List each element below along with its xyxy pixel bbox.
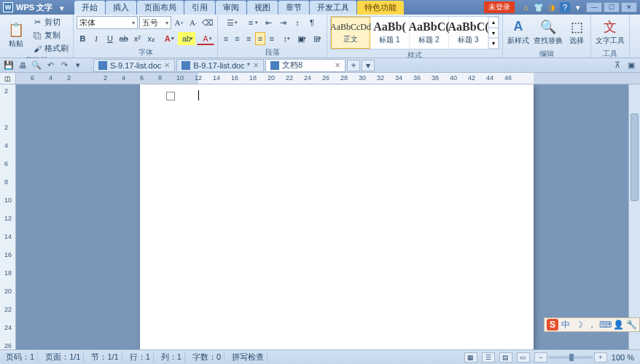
styles-up-icon[interactable]: ▴: [488, 17, 499, 28]
styles-more-icon[interactable]: ▾: [488, 38, 499, 49]
scroll-thumb[interactable]: [631, 114, 639, 201]
underline-button[interactable]: U: [104, 32, 117, 45]
ime-moon-icon[interactable]: ☽: [573, 319, 585, 331]
qat-more-icon[interactable]: ▾: [72, 60, 84, 71]
text-tools-button[interactable]: 文文字工具: [594, 16, 626, 48]
align-center-button[interactable]: ≡: [233, 32, 243, 45]
view-reading-button[interactable]: ▭: [517, 352, 530, 363]
ime-keyboard-icon[interactable]: ⌨: [599, 319, 611, 331]
subscript-button[interactable]: x₂: [145, 32, 157, 45]
tab-list-button[interactable]: ▾: [362, 60, 375, 71]
shading-button[interactable]: ▣: [294, 32, 308, 45]
page[interactable]: [140, 84, 534, 349]
cloud-icon[interactable]: ◑: [547, 2, 557, 12]
align-distribute-button[interactable]: ≡: [267, 32, 277, 45]
find-replace-button[interactable]: 🔍查找替换: [532, 16, 564, 48]
vertical-scrollbar[interactable]: [628, 84, 640, 349]
bullets-button[interactable]: ☰: [221, 16, 240, 29]
tab-special[interactable]: 特色功能: [357, 1, 404, 15]
save-icon[interactable]: 💾: [3, 60, 15, 71]
ime-user-icon[interactable]: 👤: [612, 319, 624, 331]
sogou-icon[interactable]: S: [547, 319, 558, 331]
show-marks-button[interactable]: ¶: [305, 16, 319, 29]
style-normal[interactable]: AaBbCcDd正文: [331, 17, 370, 49]
style-heading1[interactable]: AaBb(标题 1: [370, 17, 410, 49]
status-words[interactable]: 字数：0: [190, 352, 225, 363]
status-col[interactable]: 列：1: [158, 352, 185, 363]
task-pane-icon[interactable]: ▣: [625, 60, 637, 71]
strike-button[interactable]: ab: [117, 32, 130, 45]
shrink-font-button[interactable]: A-: [187, 16, 200, 29]
highlight-button[interactable]: ab: [178, 32, 195, 45]
font-size-combo[interactable]: 五号▾: [139, 16, 171, 29]
horizontal-ruler[interactable]: 6422468101214161820222426283032343638404…: [16, 73, 640, 84]
status-pages[interactable]: 页面：1/1: [42, 352, 84, 363]
print-preview-icon[interactable]: 🔍: [31, 60, 42, 71]
ime-lang-icon[interactable]: 中: [560, 319, 571, 331]
pin-icon[interactable]: ▾: [573, 2, 583, 12]
close-button[interactable]: ✕: [621, 2, 637, 12]
font-name-combo[interactable]: 宋体▾: [77, 16, 138, 29]
select-button[interactable]: ⬚选择: [566, 16, 588, 48]
text-effects-button[interactable]: A: [159, 32, 176, 45]
doctab-2[interactable]: 文档8✕: [265, 59, 346, 72]
close-tab-icon[interactable]: ✕: [164, 61, 170, 69]
zoom-slider[interactable]: [549, 356, 593, 359]
tab-review[interactable]: 审阅: [216, 1, 246, 15]
paste-button[interactable]: 📋 粘贴: [3, 20, 29, 52]
style-heading3[interactable]: AaBbC(标题 3: [449, 17, 488, 49]
sort-button[interactable]: ↕: [291, 16, 304, 29]
grow-font-button[interactable]: A+: [173, 16, 186, 29]
italic-button[interactable]: I: [90, 32, 103, 45]
bold-button[interactable]: B: [77, 32, 89, 45]
tab-page-layout[interactable]: 页面布局: [137, 1, 184, 15]
cut-button[interactable]: ✂剪切: [31, 16, 70, 28]
format-painter-button[interactable]: 🖌格式刷: [31, 42, 70, 55]
ruler-corner[interactable]: ◫: [0, 73, 16, 84]
copy-button[interactable]: ⿻复制: [31, 29, 70, 41]
document-canvas[interactable]: [16, 84, 628, 349]
doctab-1[interactable]: B-9.17-list.doc *✕: [176, 59, 264, 72]
superscript-button[interactable]: x²: [131, 32, 144, 45]
line-spacing-button[interactable]: ↕: [278, 32, 292, 45]
redo-icon[interactable]: ↷: [58, 60, 70, 71]
undo-icon[interactable]: ↶: [44, 60, 56, 71]
maximize-button[interactable]: ☐: [604, 2, 620, 12]
numbering-button[interactable]: ≡: [241, 16, 260, 29]
close-tab-icon[interactable]: ✕: [335, 61, 340, 69]
style-heading2[interactable]: AaBbC(标题 2: [410, 17, 449, 49]
zoom-out-button[interactable]: −: [534, 352, 547, 363]
doctab-0[interactable]: S-9.17-list.doc✕: [93, 59, 175, 72]
view-outline-button[interactable]: ☰: [482, 352, 495, 363]
zoom-in-button[interactable]: +: [594, 352, 607, 363]
tab-references[interactable]: 引用: [184, 1, 215, 15]
indent-button[interactable]: ⇥: [276, 16, 289, 29]
clear-format-button[interactable]: ⌫: [201, 16, 214, 29]
zoom-slider-thumb[interactable]: [569, 354, 574, 361]
view-web-button[interactable]: ▤: [499, 352, 512, 363]
align-left-button[interactable]: ≡: [221, 32, 231, 45]
zoom-value[interactable]: 100 %: [609, 353, 637, 362]
help-icon[interactable]: ?: [560, 2, 570, 12]
outdent-button[interactable]: ⇤: [262, 16, 275, 29]
new-tab-button[interactable]: +: [347, 60, 360, 71]
tab-view[interactable]: 视图: [247, 1, 278, 15]
new-style-button[interactable]: A新样式: [506, 16, 531, 48]
ime-punct-icon[interactable]: ，: [586, 319, 598, 331]
tab-insert[interactable]: 插入: [106, 1, 136, 15]
home-icon[interactable]: ⌂: [520, 2, 531, 12]
tab-section[interactable]: 章节: [278, 1, 309, 15]
status-section[interactable]: 节：1/1: [88, 352, 122, 363]
status-page-num[interactable]: 页码：1: [3, 352, 38, 363]
align-justify-button[interactable]: ≡: [255, 32, 265, 45]
tab-home[interactable]: 开始: [74, 1, 105, 15]
status-line[interactable]: 行：1: [127, 352, 154, 363]
minimize-button[interactable]: —: [586, 2, 602, 12]
font-color-button[interactable]: A: [197, 32, 214, 45]
styles-down-icon[interactable]: ▾: [488, 28, 499, 39]
status-spellcheck[interactable]: 拼写检查: [229, 352, 268, 363]
print-icon[interactable]: 🖶: [17, 60, 28, 71]
skin-icon[interactable]: 👕: [534, 2, 544, 12]
ime-settings-icon[interactable]: 🔧: [625, 319, 637, 331]
close-tab-icon[interactable]: ✕: [253, 61, 259, 69]
